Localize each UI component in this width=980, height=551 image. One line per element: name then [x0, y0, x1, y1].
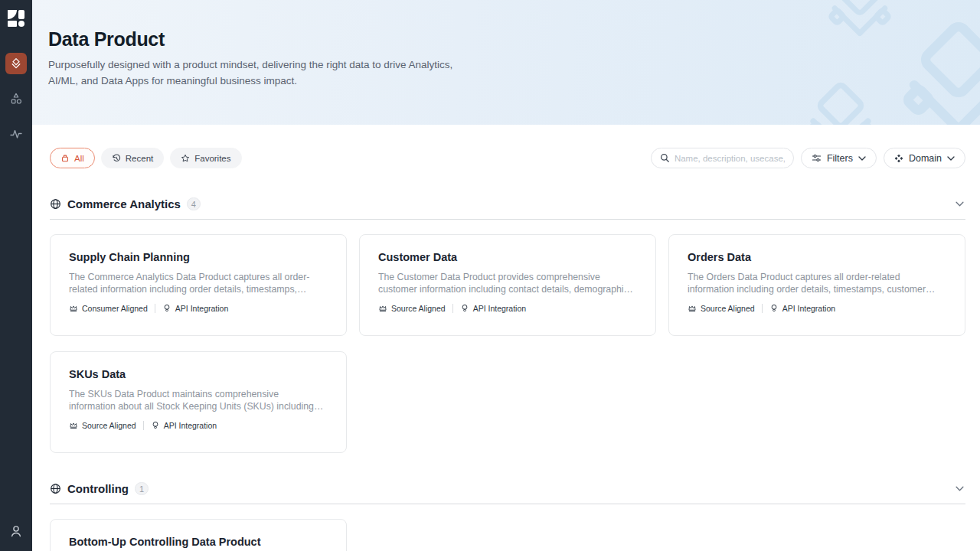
section-divider: [50, 219, 965, 220]
meta-separator: [762, 304, 763, 313]
toolbar-right: Filters Domain: [651, 148, 965, 168]
integration-label: API Integration: [782, 304, 835, 313]
filters-button-label: Filters: [827, 153, 853, 164]
section-collapse-chevron-icon[interactable]: [956, 201, 965, 207]
main-content: All Recent: [32, 125, 980, 551]
page-subtitle: Purposefully designed with a product min…: [48, 57, 471, 90]
user-profile-button[interactable]: [8, 523, 24, 539]
meta-separator: [155, 304, 155, 313]
card-title: Supply Chain Planning: [69, 251, 328, 263]
card-title: Bottom-Up Controlling Data Product: [69, 536, 328, 548]
chip-favorites[interactable]: Favorites: [170, 148, 241, 168]
integration-label: API Integration: [164, 421, 217, 430]
section-count-badge: 1: [135, 482, 149, 495]
card-title: Orders Data: [688, 251, 946, 263]
search-icon: [660, 153, 670, 163]
section-collapse-chevron-icon[interactable]: [956, 486, 965, 491]
data-product-diamond-icon: [9, 57, 23, 70]
card-meta: Source Aligned API Integration: [378, 304, 637, 313]
page-title: Data Product: [48, 28, 980, 51]
tier-label: Source Aligned: [82, 421, 136, 430]
tier-tag: Source Aligned: [688, 304, 755, 313]
chip-recent-label: Recent: [126, 154, 153, 163]
data-product-card[interactable]: Supply Chain Planning The Commerce Analy…: [50, 234, 347, 336]
meta-separator: [452, 304, 453, 313]
data-product-card[interactable]: Customer Data The Customer Data Product …: [359, 234, 656, 336]
integration-label: API Integration: [175, 304, 228, 313]
card-grid-commerce-analytics: Supply Chain Planning The Commerce Analy…: [50, 234, 965, 453]
history-icon: [112, 154, 121, 163]
integration-tag: API Integration: [162, 304, 228, 313]
user-icon: [8, 523, 24, 539]
globe-icon: [50, 483, 61, 494]
card-grid-controlling: Bottom-Up Controlling Data Product: [50, 519, 965, 551]
filter-chips: All Recent: [50, 148, 242, 168]
sidebar: [0, 0, 32, 551]
tier-tag: Source Aligned: [378, 304, 446, 313]
package-icon: [60, 154, 70, 163]
star-icon: [181, 154, 190, 163]
search-input[interactable]: [675, 154, 785, 163]
section-title: Controlling: [67, 482, 129, 495]
card-description: The Customer Data Product provides compr…: [378, 272, 637, 296]
sidebar-item-data-products[interactable]: [5, 53, 27, 74]
tier-tag: Source Aligned: [69, 421, 136, 430]
crown-icon: [69, 304, 78, 313]
bulb-icon: [151, 421, 160, 430]
meta-separator: [143, 421, 144, 430]
section-header-controlling: Controlling 1: [50, 482, 965, 495]
card-meta: Source Aligned API Integration: [69, 421, 328, 430]
bulb-icon: [460, 304, 469, 313]
card-title: Customer Data: [378, 251, 637, 263]
chevron-down-icon: [858, 156, 866, 161]
integration-tag: API Integration: [769, 304, 835, 313]
chip-all-label: All: [74, 154, 84, 163]
card-description: The Commerce Analytics Data Product capt…: [69, 272, 328, 296]
domain-button[interactable]: Domain: [884, 148, 965, 168]
data-product-page: Data Product Purposefully designed with …: [0, 0, 980, 551]
bulb-icon: [769, 304, 779, 313]
globe-icon: [50, 198, 61, 210]
toolbar: All Recent: [50, 148, 965, 168]
shapes-icon: [9, 92, 23, 106]
page-header-banner: Data Product Purposefully designed with …: [32, 0, 980, 125]
chip-all[interactable]: All: [50, 148, 95, 168]
data-product-card[interactable]: Bottom-Up Controlling Data Product: [50, 519, 347, 551]
card-title: SKUs Data: [69, 368, 328, 380]
chevron-down-icon: [947, 156, 955, 161]
activity-icon: [9, 127, 23, 141]
tier-label: Source Aligned: [391, 304, 446, 313]
section-count-badge: 4: [187, 197, 201, 210]
tier-label: Consumer Aligned: [82, 304, 148, 313]
data-product-card[interactable]: Orders Data The Orders Data Product capt…: [668, 234, 965, 336]
section-title: Commerce Analytics: [67, 197, 181, 210]
card-meta: Consumer Aligned API Integration: [69, 304, 328, 313]
integration-label: API Integration: [473, 304, 526, 313]
chip-recent[interactable]: Recent: [101, 148, 164, 168]
filter-lines-icon: [812, 153, 822, 163]
filters-button[interactable]: Filters: [801, 148, 877, 168]
section-header-commerce-analytics: Commerce Analytics 4: [50, 197, 965, 210]
integration-tag: API Integration: [151, 421, 217, 430]
domain-diamonds-icon: [894, 154, 903, 163]
app-logo[interactable]: [8, 10, 24, 27]
search-box[interactable]: [651, 148, 794, 168]
card-description: The Orders Data Product captures all ord…: [688, 272, 946, 296]
tier-tag: Consumer Aligned: [69, 304, 148, 313]
sidebar-item-activity[interactable]: [5, 123, 27, 145]
crown-icon: [69, 421, 78, 430]
chip-favorites-label: Favorites: [194, 154, 230, 163]
tier-label: Source Aligned: [701, 304, 755, 313]
card-description: The SKUs Data Product maintains comprehe…: [69, 389, 328, 413]
integration-tag: API Integration: [460, 304, 526, 313]
domain-button-label: Domain: [909, 153, 942, 164]
section-divider: [50, 504, 965, 504]
data-product-card[interactable]: SKUs Data The SKUs Data Product maintain…: [50, 351, 347, 453]
sidebar-item-shapes[interactable]: [5, 88, 27, 109]
card-meta: Source Aligned API Integration: [688, 304, 946, 313]
crown-icon: [688, 304, 697, 313]
crown-icon: [378, 304, 387, 313]
bulb-icon: [162, 304, 172, 313]
